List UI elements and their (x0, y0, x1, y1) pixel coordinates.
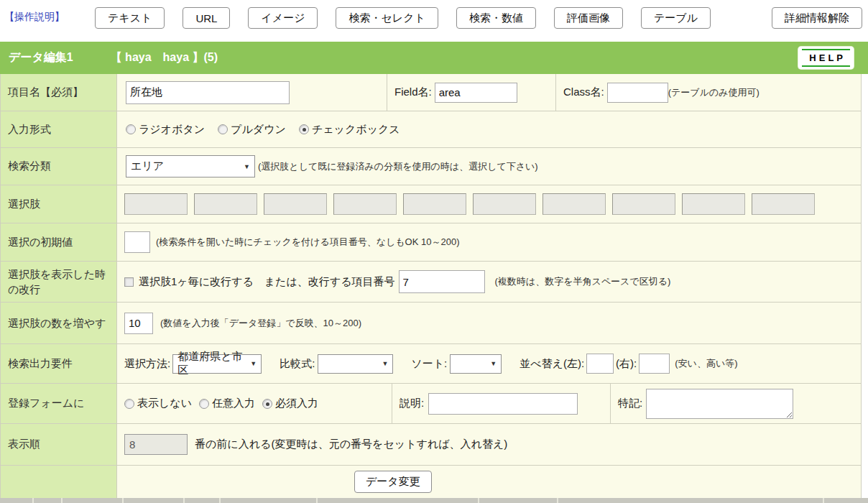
radio-option-radiobutton[interactable]: ラジオボタン (126, 123, 205, 137)
radio-icon[interactable] (199, 399, 209, 409)
radio-icon-checked[interactable] (299, 124, 309, 134)
choice-input-disabled (264, 193, 327, 215)
radio-option-label: ラジオボタン (139, 123, 205, 137)
radio-icon[interactable] (124, 399, 134, 409)
search-output-note: (安い、高い等) (675, 357, 737, 370)
radio-option-hide[interactable]: 表示しない (124, 397, 192, 410)
help-button[interactable]: HELP (798, 47, 854, 69)
sort-label: ソート: (411, 357, 447, 371)
radio-icon-checked[interactable] (262, 399, 272, 409)
row-initial-choice: 選択の初期値 (検索条件を開いた時にチェックを付ける項目番号、なしもOK 10～… (1, 223, 861, 262)
radio-option-pulldown[interactable]: プルダウン (218, 123, 286, 137)
line-break-or-label: または、改行する項目番号 (264, 275, 395, 289)
row-label: 登録フォームに (1, 384, 117, 423)
top-toolbar: 【操作説明】 テキスト URL イメージ 検索・セレクト 検索・数値 評価画像 … (0, 0, 868, 42)
row-submit: データ変更 (1, 466, 861, 498)
class-name-label: Class名: (563, 86, 604, 99)
choice-input-disabled (542, 193, 606, 215)
radio-icon[interactable] (218, 124, 228, 134)
field-name-label: Field名: (394, 86, 432, 99)
sort-select[interactable]: ▼ (450, 354, 502, 374)
description-input[interactable] (428, 393, 578, 415)
radio-option-label: プルダウン (231, 123, 286, 137)
data-change-button[interactable]: データ変更 (354, 471, 432, 493)
item-name-input[interactable] (126, 81, 290, 104)
order-right-input[interactable] (639, 354, 670, 374)
toolbar-button-url[interactable]: URL (183, 7, 230, 29)
toolbar-button-table[interactable]: テーブル (641, 7, 711, 29)
choice-input-disabled (333, 193, 397, 215)
row-choices: 選択肢 (1, 185, 861, 223)
search-category-value: エリア (131, 160, 164, 173)
order-left-input[interactable] (586, 354, 614, 374)
description-label: 説明: (400, 397, 424, 410)
chevron-down-icon: ▼ (244, 163, 250, 170)
operation-guide-link[interactable]: 【操作説明】 (4, 11, 65, 24)
select-method-select[interactable]: 都道府県と市区 ▼ (172, 354, 262, 374)
class-name-note: (テーブルのみ使用可) (668, 86, 760, 99)
radio-option-label: 必須入力 (275, 397, 318, 410)
search-category-note: (選択肢として既に登録済みの分類を使用の時は、選択して下さい) (258, 160, 538, 173)
initial-choice-note: (検索条件を開いた時にチェックを付ける項目番号、なしもOK 10～200) (156, 236, 459, 249)
next-table-edge (0, 498, 868, 503)
chevron-down-icon: ▼ (490, 360, 497, 367)
radio-icon[interactable] (126, 124, 136, 134)
display-order-input[interactable] (124, 434, 188, 455)
increase-choices-input[interactable] (124, 313, 153, 334)
special-note-label: 特記: (618, 397, 642, 410)
row-item-name: 項目名【必須】 Field名: Class名: (テーブルのみ使用可) (1, 74, 861, 111)
select-method-value: 都道府県と市区 (177, 350, 244, 377)
initial-choice-input[interactable] (124, 231, 150, 253)
row-register-form: 登録フォームに 表示しない 任意入力 必須入力 説明: (1, 384, 861, 424)
choice-input-disabled (124, 193, 188, 215)
choice-input-disabled (473, 193, 536, 215)
row-display-order: 表示順 番の前に入れる(変更時は、元の番号をセットすれば、入れ替え) (1, 424, 861, 466)
choice-input-disabled (612, 193, 675, 215)
order-left-label: 並べ替え(左): (520, 357, 584, 371)
choice-input-disabled (752, 193, 815, 215)
row-label: 選択肢の数を増やす (1, 303, 117, 343)
toolbar-button-rating-image[interactable]: 評価画像 (554, 7, 623, 29)
toolbar-button-search-select[interactable]: 検索・セレクト (336, 7, 438, 29)
row-increase-choices: 選択肢の数を増やす (数値を入力後「データ登録」で反映、10～200) (1, 303, 861, 344)
field-name-input[interactable] (435, 83, 517, 103)
page-title: データ編集1 (9, 50, 73, 65)
special-note-textarea[interactable] (646, 389, 793, 419)
compare-label: 比較式: (280, 357, 315, 371)
line-break-number-input[interactable] (399, 270, 485, 293)
radio-option-required[interactable]: 必須入力 (262, 397, 318, 410)
display-order-note: 番の前に入れる(変更時は、元の番号をセットすれば、入れ替え) (195, 438, 507, 451)
data-edit-header: データ編集1 【 haya haya 】(5) HELP (0, 42, 868, 74)
record-name: 【 haya haya 】(5) (111, 50, 218, 65)
radio-option-checkbox[interactable]: チェックボックス (299, 123, 400, 137)
row-label: 選択肢 (1, 185, 117, 223)
choice-input-disabled (403, 193, 466, 215)
radio-option-optional[interactable]: 任意入力 (199, 397, 255, 410)
line-break-note: (複数時は、数字を半角スペースで区切る) (495, 275, 671, 288)
choice-input-disabled (682, 193, 745, 215)
toolbar-button-image[interactable]: イメージ (248, 7, 318, 29)
line-break-checkbox[interactable] (124, 277, 134, 287)
toolbar-button-text[interactable]: テキスト (95, 7, 165, 29)
radio-option-label: チェックボックス (312, 123, 400, 137)
row-label-empty (1, 466, 117, 498)
radio-option-label: 任意入力 (212, 397, 255, 410)
row-line-break: 選択肢を表示した時の改行 選択肢1ヶ毎に改行する または、改行する項目番号 (複… (1, 262, 861, 303)
select-method-label: 選択方法: (124, 357, 170, 371)
chevron-down-icon: ▼ (382, 360, 388, 367)
row-label: 選択の初期値 (1, 223, 117, 261)
chevron-down-icon: ▼ (250, 360, 257, 367)
row-label: 入力形式 (1, 111, 117, 147)
row-input-type: 入力形式 ラジオボタン プルダウン チェックボックス (1, 111, 861, 148)
detail-info-clear-button[interactable]: 詳細情報解除 (772, 7, 862, 29)
toolbar-button-search-numeric[interactable]: 検索・数値 (456, 7, 536, 29)
choice-input-disabled (194, 193, 257, 215)
data-edit-form: 項目名【必須】 Field名: Class名: (テーブルのみ使用可) 入力形式… (0, 74, 862, 498)
class-name-input[interactable] (607, 83, 668, 103)
increase-choices-note: (数値を入力後「データ登録」で反映、10～200) (160, 317, 361, 330)
search-category-select[interactable]: エリア ▼ (126, 155, 255, 177)
row-label: 検索分類 (1, 148, 117, 185)
row-label: 検索出力要件 (1, 344, 117, 383)
help-button-label: HELP (802, 49, 850, 67)
compare-select[interactable]: ▼ (318, 354, 393, 374)
